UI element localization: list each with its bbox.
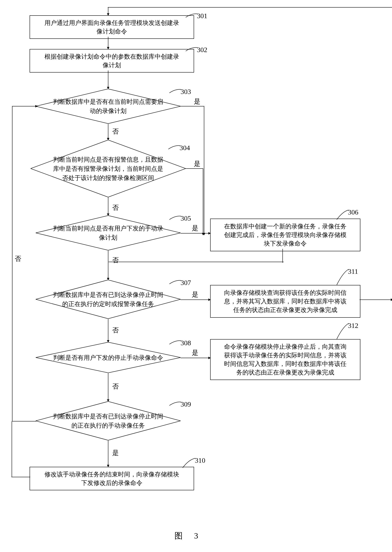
decision-309: 判断数据库中是否有已到达录像停止时间的正在执行的手动录像任务 <box>36 401 181 440</box>
edge-304-no: 否 <box>112 203 119 212</box>
edge-303-no: 否 <box>112 127 119 136</box>
arrow-310-up <box>10 421 14 477</box>
text: 向录像存储模块查询获得该任务的实际时间信息，并将其写入数据库，同时在数据库中将该… <box>224 289 346 314</box>
svg-marker-11 <box>107 138 109 140</box>
edge-loop-no: 否 <box>15 254 21 263</box>
svg-marker-19 <box>107 399 109 402</box>
svg-marker-13 <box>107 213 109 216</box>
text: 用户通过用户界面向录像任务管理模块发送创建录像计划命令 <box>44 19 179 36</box>
edge-304-yes: 是 <box>194 159 200 168</box>
arrow-311-out <box>360 298 392 302</box>
leader-307 <box>169 280 182 285</box>
label-302: 302 <box>197 46 207 54</box>
decision-304: 判断当前时间点是否有报警信息，且数据库中是否有报警录像计划，当前时间点是否处于该… <box>31 140 186 197</box>
leader-305 <box>169 216 182 221</box>
edge-307-yes: 是 <box>192 290 198 299</box>
label-303: 303 <box>181 88 191 96</box>
text: 在数据库中创建一个新的录像任务，录像任务创建完成后，录像任务管理模块向录像存储模… <box>224 222 346 248</box>
leader-309 <box>169 401 182 407</box>
svg-marker-25 <box>208 232 211 234</box>
label-311: 311 <box>348 268 358 275</box>
text: 判断是否有用户下发的停止手动录像命令 <box>50 353 166 362</box>
arrow-301-302 <box>106 37 110 50</box>
process-310: 修改该手动录像任务的结束时间，向录像存储模块下发修改后的录像命令 <box>30 467 194 490</box>
arrow-305-307 <box>106 250 110 280</box>
label-307: 307 <box>181 279 191 287</box>
edge-308-no: 否 <box>112 382 119 391</box>
leader-311 <box>337 269 349 286</box>
label-312: 312 <box>348 322 358 329</box>
leader-312 <box>337 323 349 340</box>
edge-303-yes: 是 <box>194 97 200 106</box>
arrow-308-309 <box>106 373 110 402</box>
arrow-304-305 <box>106 197 110 216</box>
edge-308-yes: 是 <box>192 348 198 357</box>
svg-marker-21 <box>107 465 109 467</box>
edge-305-yes: 是 <box>192 224 198 233</box>
decision-305: 判断当前时间点是否有用户下发的手动录像计划 <box>36 216 181 250</box>
leader-301 <box>186 13 198 18</box>
process-312: 命令录像存储模块停止录像停止后，向其查询获得该手动录像任务的实际时间信息，并将该… <box>210 339 360 380</box>
svg-marker-34 <box>35 105 38 108</box>
decision-307: 判断数据库中是否有已到达录像停止时间的正在执行的定时或报警录像任务 <box>36 280 181 319</box>
text: 命令录像存储模块停止录像停止后，向其查询获得该手动录像任务的实际时间信息，并将该… <box>224 342 346 377</box>
text: 判断当前时间点是否有用户下发的手动录像计划 <box>50 224 166 242</box>
edge-305-no: 否 <box>112 256 119 265</box>
arrow-309-310 <box>106 440 110 467</box>
arrow-into-301 <box>106 7 110 16</box>
process-302: 根据创建录像计划命令中的参数在数据库中创建录像计划 <box>30 49 194 73</box>
arrow-top-horiz <box>108 7 392 8</box>
label-308: 308 <box>181 339 191 347</box>
decision-308: 判断是否有用户下发的停止手动录像命令 <box>36 342 181 373</box>
text: 判断当前时间点是否有报警信息，且数据库中是否有报警录像计划，当前时间点是否处于该… <box>46 155 170 182</box>
arrow-307-308 <box>106 319 110 343</box>
svg-marker-7 <box>107 47 109 50</box>
svg-marker-27 <box>208 298 211 301</box>
svg-marker-15 <box>107 278 109 280</box>
process-301: 用户通过用户界面向录像任务管理模块发送创建录像计划命令 <box>30 15 194 39</box>
leader-303 <box>169 89 182 94</box>
svg-marker-38 <box>107 13 109 16</box>
leader-310 <box>183 458 196 469</box>
label-309: 309 <box>181 400 191 408</box>
label-306: 306 <box>348 208 358 216</box>
leader-304 <box>168 145 181 150</box>
text: 修改该手动录像任务的结束时间，向录像存储模块下发修改后的录像命令 <box>44 470 179 487</box>
arrow-310-loop <box>11 475 31 479</box>
figure-caption: 图 3 <box>175 530 200 541</box>
text: 判断数据库中是否有在当前时间点需要启动的录像计划 <box>50 97 166 116</box>
text: 判断数据库中是否有已到达录像停止时间的正在执行的定时或报警录像任务 <box>50 290 166 308</box>
svg-marker-17 <box>107 340 109 343</box>
edge-307-no: 否 <box>112 326 119 335</box>
leader-302 <box>186 47 198 52</box>
arrow-303-304 <box>106 123 110 140</box>
label-310: 310 <box>195 457 205 464</box>
arrow-309-no-loop <box>10 104 38 423</box>
arrow-302-303 <box>106 71 110 89</box>
arrow-306-join <box>109 261 284 263</box>
svg-marker-33 <box>391 298 392 301</box>
svg-marker-9 <box>107 87 109 89</box>
leader-306 <box>337 209 349 221</box>
process-311: 向录像存储模块查询获得该任务的实际时间信息，并将其写入数据库，同时在数据库中将该… <box>210 285 360 318</box>
decision-303: 判断数据库中是否有在当前时间点需要启动的录像计划 <box>36 89 181 123</box>
text: 判断数据库中是否有已到达录像停止时间的正在执行的手动录像任务 <box>50 412 166 430</box>
edge-309-yes: 是 <box>112 448 119 458</box>
svg-marker-29 <box>208 357 211 359</box>
label-301: 301 <box>197 12 207 20</box>
process-306: 在数据库中创建一个新的录像任务，录像任务创建完成后，录像任务管理模块向录像存储模… <box>210 218 360 251</box>
leader-308 <box>169 340 182 345</box>
text: 根据创建录像计划命令中的参数在数据库中创建录像计划 <box>44 52 179 69</box>
